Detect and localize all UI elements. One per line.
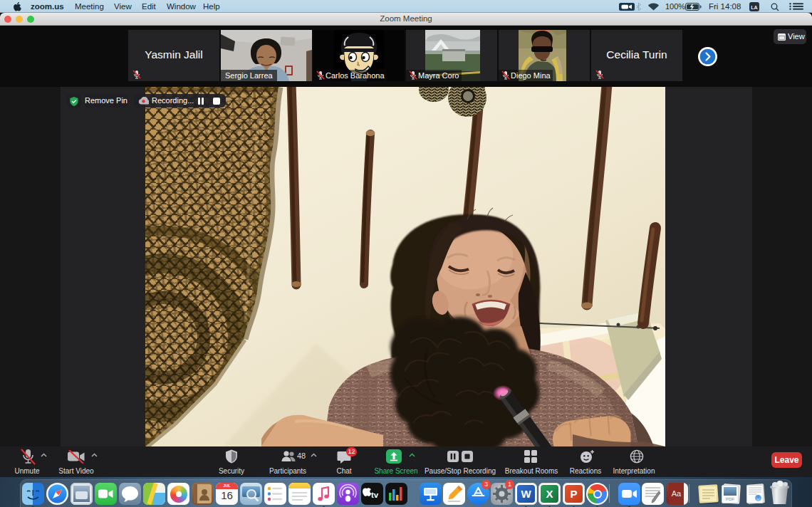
svg-text:LA: LA bbox=[751, 5, 757, 10]
svg-text:tv: tv bbox=[371, 491, 379, 499]
